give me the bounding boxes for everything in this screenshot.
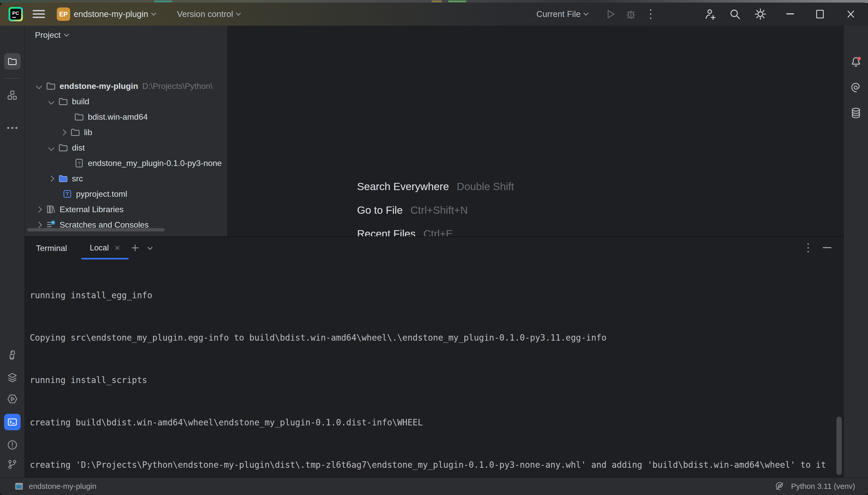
- tree-row-wheel-file[interactable]: ? endstone_my_plugin-0.1.0-py3-none: [25, 155, 227, 171]
- vcs-widget[interactable]: Version control: [177, 9, 240, 19]
- problems-tool-button[interactable]: [6, 439, 18, 451]
- left-tool-stripe: [0, 26, 25, 478]
- project-panel-header[interactable]: Project: [35, 30, 68, 40]
- project-badge: EP: [57, 7, 70, 21]
- chevron-right-icon[interactable]: [48, 175, 54, 182]
- terminal-line: creating 'D:\Projects\Python\endstone-my…: [30, 458, 836, 472]
- status-project-name: endstone-my-plugin: [29, 482, 96, 491]
- project-widget[interactable]: EP endstone-my-plugin: [57, 7, 155, 21]
- new-terminal-tab-button[interactable]: [131, 244, 139, 252]
- tree-item-label: bdist.win-amd64: [88, 112, 148, 122]
- hint-search-everywhere: Search Everywhere Double Shift: [357, 175, 514, 198]
- chevron-right-icon[interactable]: [36, 222, 42, 228]
- terminal-output[interactable]: running install_egg_info Copying src\end…: [30, 260, 836, 478]
- hexagon-play-icon: [6, 393, 18, 405]
- stripe-divider: [5, 78, 19, 79]
- background-fragment: [448, 1, 466, 2]
- run-tool-button[interactable]: [6, 393, 18, 405]
- terminal-panel: Terminal Local running install_egg_info …: [25, 236, 844, 478]
- library-icon: [46, 204, 56, 215]
- chevron-down-icon: [583, 11, 589, 16]
- terminal-tab-local[interactable]: Local: [81, 237, 129, 259]
- chevron-right-icon[interactable]: [60, 129, 66, 135]
- project-panel-title: Project: [35, 30, 61, 40]
- background-fragment: [154, 1, 172, 2]
- folder-icon: [70, 127, 80, 137]
- status-interpreter-label: Python 3.11 (venv): [791, 482, 855, 491]
- tree-row-pyproject[interactable]: pyproject.toml: [25, 186, 227, 202]
- chevron-down-icon: [151, 11, 156, 16]
- python-packages-tool-button[interactable]: [6, 349, 18, 361]
- vcs-widget-label: Version control: [177, 9, 233, 19]
- tree-row-lib[interactable]: lib: [25, 124, 227, 140]
- terminal-tab-dropdown-icon[interactable]: [148, 245, 153, 250]
- version-control-tool-button[interactable]: [7, 459, 18, 470]
- horizontal-scrollbar[interactable]: [27, 228, 165, 232]
- terminal-line: creating build\bdist.win-amd64\wheel\end…: [30, 415, 836, 429]
- code-with-me-button[interactable]: [703, 7, 717, 21]
- more-actions-button[interactable]: [649, 8, 652, 20]
- pycharm-logo-text: PC: [10, 9, 21, 19]
- project-tool-button[interactable]: [4, 53, 20, 70]
- python-icon: [6, 349, 18, 361]
- hide-terminal-button[interactable]: [823, 247, 832, 249]
- tree-row-src[interactable]: src: [25, 171, 227, 186]
- main-menu-button[interactable]: [33, 9, 45, 19]
- tree-row-dist[interactable]: dist: [25, 140, 227, 155]
- minimize-button[interactable]: [782, 6, 798, 22]
- ai-assistant-button[interactable]: [850, 82, 862, 94]
- structure-tool-button[interactable]: [7, 89, 18, 101]
- project-widget-label: endstone-my-plugin: [74, 9, 148, 19]
- pycharm-window: PC EP endstone-my-plugin Version control…: [0, 3, 868, 495]
- terminal-line: Copying src\endstone_my_plugin.egg-info …: [30, 330, 836, 345]
- kebab-icon: [649, 8, 652, 20]
- database-button[interactable]: [850, 107, 862, 119]
- toml-file-icon: [62, 189, 72, 199]
- terminal-line: running install_scripts: [30, 373, 836, 387]
- hint-label: Search Everywhere: [357, 181, 449, 193]
- debug-button[interactable]: [625, 8, 637, 20]
- chevron-down-icon[interactable]: [48, 98, 54, 105]
- settings-button[interactable]: [754, 7, 767, 21]
- run-configuration-label: Current File: [537, 9, 581, 19]
- services-tool-button[interactable]: [6, 372, 18, 383]
- bell-icon: [850, 55, 862, 68]
- hint-label: Go to File: [357, 204, 403, 216]
- tree-item-label: External Libraries: [59, 205, 123, 214]
- status-project-widget[interactable]: endstone-my-plugin: [14, 478, 96, 495]
- chevron-down-icon[interactable]: [36, 83, 42, 89]
- editor-empty-hints: Search Everywhere Double Shift Go to Fil…: [357, 175, 514, 245]
- tree-row-root[interactable]: endstone-my-plugin D:\Projects\Python\: [25, 78, 227, 94]
- terminal-options-button[interactable]: [807, 242, 810, 253]
- tree-item-label: src: [72, 174, 83, 183]
- chevron-right-icon[interactable]: [36, 206, 42, 212]
- status-bar: endstone-my-plugin Python 3.11 (venv): [0, 478, 868, 495]
- tree-item-label: pyproject.toml: [76, 189, 127, 199]
- more-icon: [7, 127, 18, 129]
- status-interpreter-widget[interactable]: Python 3.11 (venv): [775, 478, 855, 495]
- terminal-header: Terminal Local: [25, 237, 844, 259]
- project-tree: endstone-my-plugin D:\Projects\Python\ b…: [25, 78, 227, 233]
- more-tool-windows-button[interactable]: [7, 127, 18, 129]
- tree-item-label: endstone_my_plugin-0.1.0-py3-none: [88, 158, 222, 168]
- search-everywhere-button[interactable]: [729, 8, 742, 20]
- run-button[interactable]: [604, 8, 616, 20]
- terminal-tool-button[interactable]: [4, 414, 20, 430]
- notifications-button[interactable]: [850, 55, 862, 68]
- editor-area: Search Everywhere Double Shift Go to Fil…: [227, 26, 844, 236]
- terminal-title: Terminal: [36, 243, 67, 253]
- right-tool-stripe: [844, 26, 868, 478]
- tree-row-build[interactable]: build: [25, 94, 227, 109]
- tree-row-external-libraries[interactable]: External Libraries: [25, 202, 227, 217]
- run-configuration-widget[interactable]: Current File: [537, 9, 588, 19]
- close-tab-icon[interactable]: [115, 245, 120, 251]
- tree-row-bdist[interactable]: bdist.win-amd64: [25, 109, 227, 124]
- folder-icon: [58, 142, 68, 153]
- chevron-down-icon[interactable]: [48, 144, 54, 151]
- close-button[interactable]: [843, 6, 858, 22]
- hamburger-icon: [33, 9, 45, 19]
- structure-icon: [7, 89, 18, 101]
- maximize-button[interactable]: [812, 6, 828, 22]
- terminal-scrollbar[interactable]: [836, 417, 842, 475]
- chevron-down-icon: [64, 32, 69, 37]
